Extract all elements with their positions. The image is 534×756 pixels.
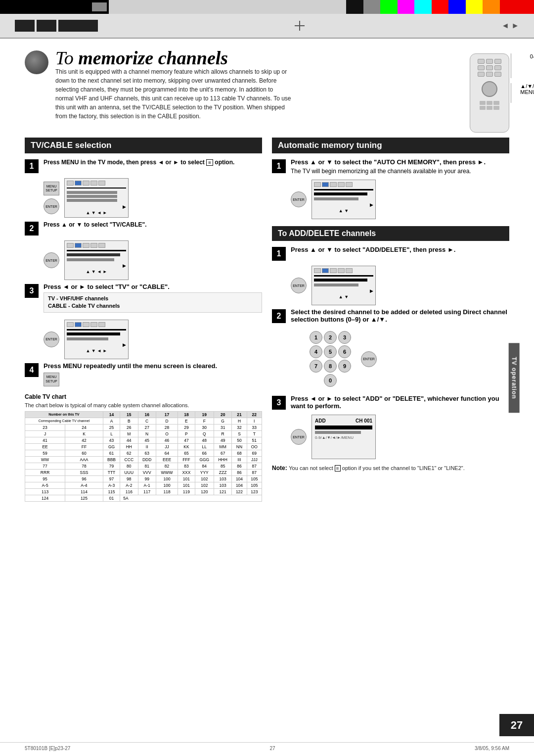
note-section: Note: You can not select ≡ option if you… (272, 464, 509, 472)
chart-row-113: 113114115 116117118 119120121 122123 (25, 488, 262, 495)
top-bar-center (98, 21, 501, 31)
color-bar-area (0, 0, 534, 14)
enter-btn-3: ENTER (44, 331, 59, 347)
sc2-arrow: ▶ (67, 263, 126, 268)
add-del-label-row: ADD CH 001 (315, 418, 372, 424)
cable-chart-title: Cable TV chart (25, 393, 262, 400)
title-icon (25, 50, 48, 74)
cable-chart-table: Number on this TV 141516 171819 202122 C… (25, 411, 262, 502)
sc2-icon-a (67, 243, 74, 248)
step-text-2: Press ▲ or ▼ to select "TV/CABLE". (44, 221, 262, 229)
sc2-nav: ▲ ▼ ◄ ► (67, 269, 126, 274)
add-del-enter-1: ENTER (291, 278, 307, 293)
sc2-icon-e (98, 243, 105, 248)
rnav-4 (480, 106, 486, 110)
chart-row-77: 777879 808182 838485 8687 (25, 463, 262, 469)
sc3-icon-c (83, 322, 89, 327)
main-content: To memorize channels This unit is equipp… (0, 39, 534, 507)
num-key-4: 4 (310, 345, 322, 358)
color-seg-cyan (414, 0, 432, 14)
step-text-4: Press MENU repeatedly until the menu scr… (44, 362, 262, 386)
screen-1: ▶ ▲ ▼ ◄ ► (64, 178, 129, 218)
black-bar-left (0, 0, 109, 14)
chart-row-41: 414243 444546 474849 5051 (25, 437, 262, 443)
sc2-bar (67, 250, 126, 251)
rbtn-4 (478, 65, 485, 70)
step-4: 4 Press MENU repeatedly until the menu s… (25, 362, 262, 386)
step-1: 1 Press MENU in the TV mode, then press … (25, 158, 262, 173)
tv-operation-label: TV operation (508, 343, 519, 413)
footer-bar: 5T80101B [E]p23-27 27 3/8/05, 9:56 AM (0, 742, 534, 751)
chart-row-23: 232425 262728 293031 3233 (25, 424, 262, 430)
note-text: You can not select ≡ option if you set t… (289, 465, 464, 471)
screen-icon-1d (90, 181, 97, 186)
color-bars (346, 0, 534, 14)
color-seg-yellow (466, 0, 483, 14)
ads1-row (314, 284, 358, 286)
chart-hdr-number: Number on this TV (25, 411, 103, 418)
gray-spacer (109, 0, 346, 14)
screen-row-1 (67, 191, 117, 194)
number-pad: 1 2 3 4 5 6 7 8 9 0 (310, 331, 351, 387)
rbtn-7 (478, 72, 485, 77)
color-seg-black (346, 0, 363, 14)
step-number-3: 3 (25, 284, 39, 298)
chart-row-last: 12412501 5A (25, 495, 262, 501)
add-del-enter-2: ENTER (361, 351, 377, 367)
tv-cable-header: TV/CABLE selection (25, 138, 262, 153)
ads1-icon-c (330, 268, 337, 273)
add-del-step-num-1: 1 (272, 247, 286, 261)
add-del-step-num-3: 3 (272, 396, 286, 410)
title-to: To (55, 47, 78, 68)
add-del-bar-1 (315, 425, 372, 429)
asc-selected (314, 192, 367, 195)
footer-center: 27 (270, 746, 275, 751)
num-key-7: 7 (310, 360, 322, 373)
rbtn-1 (478, 59, 485, 64)
remote-label-0-9: 0–9 (530, 53, 534, 59)
chart-row-cable-label: Corresponding Cable TV channel ABC DEF G… (25, 418, 262, 424)
footer-left: 5T80101B [E]p23-27 (25, 746, 70, 751)
chart-row-RRR: RRRSSSTTT UUUVVVWWW XXXYYYZZZ 8687 (25, 469, 262, 475)
auto-step-1-mockup: ENTER ▶ ▲ ▼ (291, 180, 509, 219)
rbtn-2 (486, 59, 493, 64)
add-del-screen-1: ▶ ▲ ▼ (312, 266, 376, 305)
note-title: Note: (272, 465, 287, 472)
remote-line-1 (510, 53, 511, 78)
sc2-row (67, 258, 114, 261)
step-number-1: 1 (25, 159, 39, 173)
add-del-step-2: 2 Select the desired channel to be added… (272, 308, 509, 323)
step-3-mockup: ENTER ▶ ▲ ▼ ◄ ► (44, 320, 262, 359)
rbtn-9 (494, 72, 501, 77)
add-delete-header: To ADD/DELETE channels (272, 226, 509, 241)
sc3-icon-b (75, 322, 82, 327)
cable-chart-desc: The chart below is typical of many cable… (25, 402, 262, 408)
ads1-icon-d (338, 268, 345, 273)
top-rect-2 (37, 20, 56, 32)
auto-step-number-1: 1 (272, 159, 286, 173)
add-del-step-3: 3 Press ◄ or ► to select "ADD" or "DELET… (272, 395, 509, 410)
screen-row-2 (67, 195, 117, 198)
sc2-icon-b (75, 243, 82, 248)
add-del-enter-3: ENTER (291, 429, 307, 445)
auto-enter-btn: ENTER (291, 191, 307, 207)
two-column-layout: TV/CABLE selection 1 Press MENU in the T… (25, 138, 509, 502)
tv-cable-column: TV/CABLE selection 1 Press MENU in the T… (25, 138, 262, 502)
remote-illustration: 0–9 ▲/▼/◄/► MENU (470, 53, 509, 133)
step-2: 2 Press ▲ or ▼ to select "TV/CABLE". (25, 221, 262, 236)
rnav-5 (487, 106, 492, 110)
num-key-9: 9 (338, 360, 351, 373)
screen-icon-1e (98, 181, 105, 186)
sc2-icon-d (90, 243, 97, 248)
remote-line-2 (510, 83, 511, 103)
step-1-mockup: MENUSETUP ENTER (44, 178, 262, 218)
sc3-icon-e (98, 322, 105, 327)
asc-icon-d (338, 182, 345, 187)
asc-icon-a (314, 182, 321, 187)
sc3-row (67, 337, 108, 340)
num-key-1: 1 (310, 331, 322, 344)
title-main: memorize channels (78, 47, 228, 68)
screen-3: ▶ ▲ ▼ ◄ ► (64, 320, 129, 359)
asc-icon-b (322, 182, 329, 187)
step-text-3: Press ◄ or ► to select "TV" or "CABLE". … (44, 283, 262, 315)
